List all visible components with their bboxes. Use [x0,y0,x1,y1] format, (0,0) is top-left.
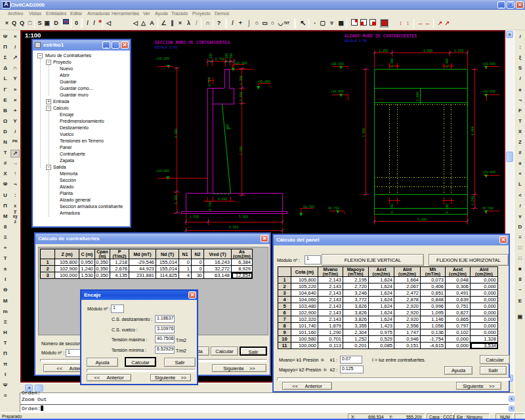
svg-text:+08.000: +08.000 [482,90,495,93]
svg-text:+08.000: +08.000 [331,90,344,93]
svg-text:SECCION MURO DE CONTRAFUERTES: SECCION MURO DE CONTRAFUERTES [155,41,230,45]
svg-text:+09.000: +09.000 [482,62,495,66]
svg-text:6.000: 6.000 [471,126,474,135]
svg-text:1.500: 1.500 [190,215,199,219]
svg-text:0.400: 0.400 [446,58,449,68]
svg-text:5.000: 5.000 [362,128,366,137]
svg-text:1.000: 1.000 [240,92,243,101]
svg-text:96.700: 96.700 [328,207,339,210]
svg-text:6.000: 6.000 [417,218,427,221]
svg-text:0.400: 0.400 [390,58,394,68]
svg-text:ESCALA 1:50: ESCALA 1:50 [155,46,177,50]
svg-text:1.000: 1.000 [416,92,419,101]
svg-text:1.250: 1.250 [379,49,388,52]
svg-text:0.400: 0.400 [390,204,394,213]
svg-text:3.500: 3.500 [240,146,243,156]
svg-text:5.000: 5.000 [239,215,248,219]
svg-text:0.250: 0.250 [209,201,212,211]
svg-text:+01.000: +01.000 [482,171,495,174]
svg-text:ALZADO MURO DE CONTRAFUERTES: ALZADO MURO DE CONTRAFUERTES [345,34,417,39]
svg-text:0.300: 0.300 [209,53,213,62]
svg-text:+09.000: +09.000 [331,62,344,66]
svg-text:+24.000: +24.000 [156,169,169,173]
svg-text:0.450: 0.450 [208,77,211,86]
svg-text:1.300: 1.300 [175,195,178,204]
svg-text:0.750: 0.750 [215,58,224,61]
svg-text:1: 1 [228,125,230,129]
svg-text:0.400: 0.400 [446,204,449,213]
svg-text:+26.000: +26.000 [234,62,247,65]
svg-text:1:100: 1:100 [25,32,41,39]
svg-text:1.250: 1.250 [454,49,463,52]
svg-text:ESCALA 1:50: ESCALA 1:50 [345,39,367,43]
svg-text:1.300: 1.300 [240,75,243,85]
svg-text:4.480: 4.480 [218,198,227,201]
svg-text:6.000: 6.000 [175,129,178,138]
svg-text:95.700: 95.700 [482,207,494,210]
svg-text:1.300: 1.300 [471,196,474,205]
svg-text:6.500: 6.500 [229,226,238,229]
svg-text:+05.000: +05.000 [257,80,270,83]
svg-text:98.700: 98.700 [303,205,314,209]
svg-text:+25.000: +25.000 [156,57,169,60]
svg-text:3.500: 3.500 [423,49,432,52]
